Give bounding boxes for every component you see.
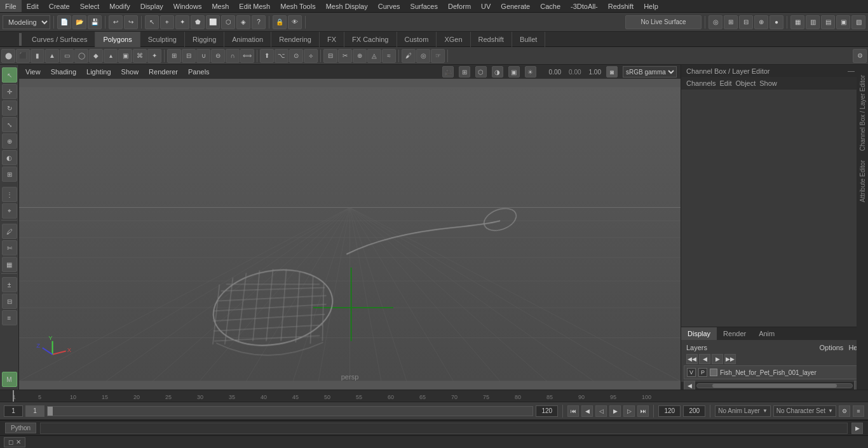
python-run-btn[interactable]: ▶ (851, 423, 863, 434)
anim-settings-btn[interactable]: ⚙ (839, 405, 850, 417)
range-end-field[interactable]: 120 (536, 405, 558, 417)
menu-mesh[interactable]: Mesh (207, 0, 234, 12)
vp-light-btn[interactable]: ☀ (525, 66, 536, 78)
viewport[interactable]: View Shading Lighting Show Renderer Pane… (19, 65, 681, 390)
tab-bullet[interactable]: Bullet (512, 32, 546, 47)
separate-tool[interactable]: ⊟ (182, 49, 196, 63)
select-tool-btn[interactable]: ↖ (145, 15, 159, 29)
fill-hole-tool[interactable]: ⊙ (289, 49, 303, 63)
layer-color-swatch[interactable] (710, 369, 717, 376)
torus-tool[interactable]: ◯ (74, 49, 88, 63)
step-back-btn[interactable]: ◀ (581, 405, 593, 417)
menu-3dtall[interactable]: -3DtoAll- (566, 0, 603, 12)
layer-nav-right[interactable]: ▶ (712, 354, 723, 364)
vp-camera-btn[interactable]: 🎥 (442, 66, 454, 78)
universal-manip[interactable]: ⊕ (2, 133, 17, 149)
vp-texture-btn[interactable]: ▣ (508, 66, 520, 78)
tab-custom[interactable]: Custom (397, 32, 437, 47)
show-nav[interactable]: Show (759, 79, 777, 87)
python-label[interactable]: Python (5, 423, 36, 433)
window-item-close[interactable]: ✕ (16, 438, 21, 445)
tab-redshift[interactable]: Redshift (471, 32, 512, 47)
playback-end-field[interactable]: 200 (683, 405, 705, 417)
object-nav[interactable]: Object (735, 79, 756, 87)
helix-tool[interactable]: ⌘ (133, 49, 147, 63)
channel-box-label[interactable]: Channel Box / Layer Editor (858, 71, 867, 155)
menu-uv[interactable]: UV (476, 0, 496, 12)
crease-tool[interactable]: ≈ (382, 49, 396, 63)
menu-mesh-display[interactable]: Mesh Display (321, 0, 373, 12)
timeline-thumb[interactable] (48, 407, 53, 416)
layout-btn4[interactable]: ▣ (836, 15, 850, 29)
select-tool[interactable]: ↖ (2, 67, 17, 83)
menu-cache[interactable]: Cache (535, 0, 566, 12)
anim-extra-btn[interactable]: ≡ (853, 405, 864, 417)
snap-btn4[interactable]: ◈ (236, 15, 250, 29)
mirror-tool[interactable]: ⟺ (240, 49, 254, 63)
scale-tool[interactable]: ⤡ (2, 117, 17, 132)
no-anim-layer-btn[interactable]: No Anim Layer ▼ (715, 405, 771, 417)
skip-to-start-btn[interactable]: ⏮ (567, 405, 579, 417)
relax-tool[interactable]: ◎ (416, 49, 430, 63)
channels-nav[interactable]: Channels (686, 79, 715, 87)
combine-tool[interactable]: ⊞ (167, 49, 181, 63)
play-back-btn[interactable]: ◁ (595, 405, 607, 417)
paint-select[interactable]: 🖊 (2, 224, 17, 239)
bool-diff[interactable]: ⊖ (211, 49, 225, 63)
display-settings[interactable]: ▦ (2, 257, 17, 272)
menu-curves[interactable]: Curves (373, 0, 405, 12)
cylinder-tool[interactable]: ▮ (31, 49, 44, 63)
layer-visible-check[interactable]: V (687, 368, 696, 377)
new-scene-btn[interactable]: 📄 (57, 15, 71, 29)
menu-create[interactable]: Create (44, 0, 75, 12)
render-btn3[interactable]: ⊟ (739, 15, 753, 29)
view-settings-btn[interactable]: ⊟ (2, 294, 17, 309)
bevel-tool[interactable]: ◬ (367, 49, 381, 63)
edge-loop-tool[interactable]: ⊟ (323, 49, 337, 63)
render-btn1[interactable]: ◎ (709, 15, 722, 29)
range-start-field[interactable]: 1 (4, 405, 23, 417)
undo-btn[interactable]: ↩ (109, 15, 123, 29)
layout-btn2[interactable]: ▥ (806, 15, 820, 29)
edit-nav[interactable]: Edit (719, 79, 731, 87)
tab-toggle[interactable] (19, 33, 22, 46)
snap-to-grid[interactable]: ⋮ (2, 187, 17, 202)
soccer-tool[interactable]: ✦ (147, 49, 161, 63)
show-manip[interactable]: ⊞ (2, 166, 17, 182)
sphere-tool[interactable]: ⬤ (1, 49, 15, 63)
chamfer-tool[interactable]: ⟡ (304, 49, 318, 63)
bridge-tool[interactable]: ⌥ (275, 49, 288, 63)
layout-btn5[interactable]: ▧ (851, 15, 865, 29)
layer-nav-left[interactable]: ◀ (699, 354, 710, 364)
soft-select[interactable]: ◐ (2, 150, 17, 165)
layer-nav-right-skip[interactable]: ▶▶ (724, 354, 736, 364)
vp-menu-panels[interactable]: Panels (186, 68, 212, 76)
paint-tool-btn[interactable]: ✦ (175, 15, 189, 29)
save-scene-btn[interactable]: 💾 (88, 15, 102, 29)
cube-tool[interactable]: ⬛ (16, 49, 30, 63)
menu-display[interactable]: Display (135, 0, 168, 12)
snap-btn5[interactable]: ? (252, 15, 266, 29)
timeline[interactable]: 1 5 10 15 20 25 30 35 40 45 50 55 60 65 … (0, 390, 868, 402)
current-frame-field[interactable]: 1 (25, 405, 44, 417)
prism-tool[interactable]: ◆ (89, 49, 103, 63)
layers-options[interactable]: Options (819, 344, 843, 351)
layer-playback-check[interactable]: P (698, 368, 707, 377)
render-btn4[interactable]: ⊕ (754, 15, 768, 29)
menu-deform[interactable]: Deform (443, 0, 476, 12)
snap-btn1[interactable]: ⬟ (191, 15, 205, 29)
layer-btn[interactable]: ≡ (2, 310, 17, 325)
render-btn2[interactable]: ⊞ (724, 15, 738, 29)
vp-menu-shading[interactable]: Shading (48, 68, 79, 76)
render-tab[interactable]: Render (717, 327, 752, 340)
move-tool[interactable]: ✛ (2, 84, 17, 99)
vp-menu-renderer[interactable]: Renderer (146, 68, 180, 76)
tab-sculpting[interactable]: Sculpting (140, 32, 185, 47)
vp-menu-view[interactable]: View (23, 68, 43, 76)
menu-windows[interactable]: Windows (168, 0, 207, 12)
layer-item[interactable]: V P Fish_Net_for_Pet_Fish_001_layer (684, 365, 865, 379)
cone-tool[interactable]: ▲ (45, 49, 59, 63)
menu-edit[interactable]: Edit (22, 0, 44, 12)
live-surface-btn[interactable]: No Live Surface (625, 15, 702, 29)
tab-curves-surfaces[interactable]: Curves / Surfaces (24, 32, 95, 47)
